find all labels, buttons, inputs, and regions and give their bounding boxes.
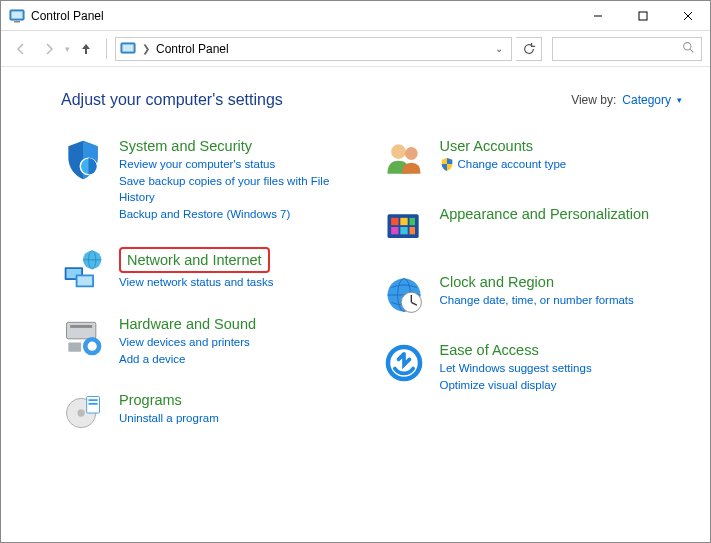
recent-dropdown-icon[interactable]: ▾ — [65, 44, 70, 54]
back-button[interactable] — [9, 37, 33, 61]
category-network-internet: Network and Internet View network status… — [61, 247, 362, 291]
refresh-button[interactable] — [516, 37, 542, 61]
svg-point-9 — [684, 42, 691, 49]
navbar: ▾ ❯ Control Panel ⌄ — [1, 31, 710, 67]
svg-rect-19 — [67, 322, 96, 339]
category-title[interactable]: User Accounts — [440, 137, 567, 155]
svg-point-30 — [404, 147, 417, 160]
svg-rect-23 — [68, 342, 81, 351]
sublink[interactable]: Add a device — [119, 351, 256, 367]
svg-rect-32 — [391, 218, 398, 225]
uac-shield-icon — [440, 157, 454, 171]
content-area: Adjust your computer's settings View by:… — [1, 67, 710, 542]
maximize-button[interactable] — [620, 1, 665, 30]
up-button[interactable] — [74, 37, 98, 61]
network-icon — [61, 247, 105, 291]
programs-icon — [61, 391, 105, 435]
category-title[interactable]: System and Security — [119, 137, 362, 155]
svg-rect-18 — [78, 276, 93, 285]
content-header: Adjust your computer's settings View by:… — [61, 91, 682, 109]
control-panel-icon — [120, 41, 136, 57]
svg-rect-33 — [400, 218, 407, 225]
category-clock-region: Clock and Region Change date, time, or n… — [382, 273, 683, 317]
category-ease-of-access: Ease of Access Let Windows suggest setti… — [382, 341, 683, 393]
titlebar: Control Panel — [1, 1, 710, 31]
window-title: Control Panel — [31, 9, 104, 23]
category-system-security: System and Security Review your computer… — [61, 137, 362, 223]
sublink[interactable]: Uninstall a program — [119, 410, 219, 426]
svg-rect-4 — [639, 12, 647, 20]
sublink[interactable]: View network status and tasks — [119, 274, 273, 290]
right-column: User Accounts Change account type — [382, 137, 683, 435]
sublink[interactable]: Backup and Restore (Windows 7) — [119, 206, 362, 222]
close-button[interactable] — [665, 1, 710, 30]
user-accounts-icon — [382, 137, 426, 181]
category-hardware-sound: Hardware and Sound View devices and prin… — [61, 315, 362, 367]
svg-line-10 — [690, 49, 693, 52]
left-column: System and Security Review your computer… — [61, 137, 362, 435]
shield-icon — [61, 137, 105, 181]
svg-point-29 — [391, 144, 406, 159]
search-icon — [682, 41, 695, 57]
svg-rect-1 — [12, 11, 23, 18]
sublink[interactable]: Change account type — [458, 156, 567, 172]
highlight-box: Network and Internet — [119, 247, 270, 273]
sublink[interactable]: View devices and printers — [119, 334, 256, 350]
forward-button[interactable] — [37, 37, 61, 61]
minimize-button[interactable] — [575, 1, 620, 30]
svg-rect-36 — [400, 227, 407, 234]
ease-of-access-icon — [382, 341, 426, 385]
svg-rect-8 — [123, 44, 134, 51]
svg-rect-27 — [89, 399, 98, 401]
hardware-icon — [61, 315, 105, 359]
sublink[interactable]: Save backup copies of your files with Fi… — [119, 173, 362, 205]
address-dropdown-icon[interactable]: ⌄ — [491, 43, 507, 54]
category-user-accounts: User Accounts Change account type — [382, 137, 683, 181]
sublink[interactable]: Optimize visual display — [440, 377, 592, 393]
svg-rect-37 — [409, 227, 415, 234]
chevron-down-icon: ▾ — [677, 95, 682, 105]
category-title[interactable]: Programs — [119, 391, 219, 409]
sublink[interactable]: Review your computer's status — [119, 156, 362, 172]
category-programs: Programs Uninstall a program — [61, 391, 362, 435]
svg-rect-31 — [387, 214, 418, 238]
clock-icon — [382, 273, 426, 317]
breadcrumb-current[interactable]: Control Panel — [156, 42, 229, 56]
page-title: Adjust your computer's settings — [61, 91, 283, 109]
svg-rect-20 — [70, 325, 92, 328]
view-by-control[interactable]: View by: Category ▾ — [571, 93, 682, 107]
search-input[interactable] — [552, 37, 702, 61]
appearance-icon — [382, 205, 426, 249]
view-by-label: View by: — [571, 93, 616, 107]
svg-point-22 — [88, 341, 97, 350]
sublink[interactable]: Change date, time, or number formats — [440, 292, 634, 308]
sublink[interactable]: Let Windows suggest settings — [440, 360, 592, 376]
chevron-right-icon[interactable]: ❯ — [142, 43, 150, 54]
category-title[interactable]: Network and Internet — [127, 252, 262, 268]
category-title[interactable]: Clock and Region — [440, 273, 634, 291]
svg-rect-2 — [14, 21, 20, 23]
control-panel-window: Control Panel ▾ — [0, 0, 711, 543]
control-panel-icon — [9, 8, 25, 24]
svg-rect-35 — [391, 227, 398, 234]
svg-rect-34 — [409, 218, 415, 225]
svg-point-25 — [78, 409, 85, 416]
separator — [106, 39, 107, 59]
view-by-value: Category — [622, 93, 671, 107]
category-appearance: Appearance and Personalization — [382, 205, 683, 249]
address-bar[interactable]: ❯ Control Panel ⌄ — [115, 37, 512, 61]
category-title[interactable]: Appearance and Personalization — [440, 205, 650, 223]
svg-rect-28 — [89, 403, 98, 405]
category-title[interactable]: Hardware and Sound — [119, 315, 256, 333]
category-title[interactable]: Ease of Access — [440, 341, 592, 359]
